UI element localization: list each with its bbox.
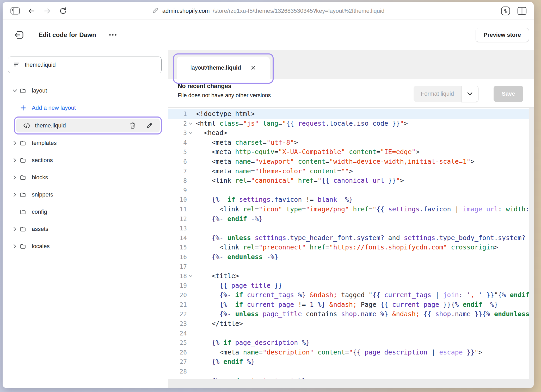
code-content xyxy=(193,186,196,195)
line-number: 22 xyxy=(168,309,193,319)
code-line[interactable]: 20 {%- if current_tags %} &ndash; tagged… xyxy=(168,290,534,300)
code-line[interactable]: 9 xyxy=(168,186,534,195)
sidebar-item-locales[interactable]: locales xyxy=(3,238,168,255)
code-line[interactable]: 18 <title> xyxy=(168,271,534,281)
code-line[interactable]: 17 xyxy=(168,262,534,272)
editor-toolbar: No recent changes File does not have any… xyxy=(168,79,534,108)
code-content: <link rel="canonical" href="{{ canonical… xyxy=(193,176,404,186)
fold-toggle-icon[interactable] xyxy=(189,132,193,134)
code-content: {%- unless page_title contains shop.name… xyxy=(193,309,534,319)
page-title: Edit code for Dawn xyxy=(39,31,96,39)
code-lines: 1<!doctype html>2<html class="js" lang="… xyxy=(168,109,534,379)
code-line[interactable]: 12 {%- endif -%} xyxy=(168,214,534,224)
code-line[interactable]: 8 <link rel="canonical" href="{{ canonic… xyxy=(168,176,534,186)
code-line[interactable]: 28 xyxy=(168,367,534,376)
selected-file-outline: theme.liquid xyxy=(14,117,162,134)
page-settings-icon[interactable] xyxy=(500,6,511,16)
code-line[interactable]: 22 {%- unless page_title contains shop.n… xyxy=(168,309,534,319)
code-line[interactable]: 14 {%- unless settings.type_header_font.… xyxy=(168,233,534,243)
split-view-icon[interactable] xyxy=(517,7,527,15)
chevron-right-icon[interactable] xyxy=(10,227,19,231)
ellipsis-icon[interactable] xyxy=(108,34,120,36)
code-content xyxy=(193,329,196,338)
tab-theme-liquid[interactable]: layout/theme.liquid xyxy=(177,57,270,79)
sidebar-item-label: snippets xyxy=(32,191,53,198)
sidebar-item-config[interactable]: config xyxy=(3,203,168,220)
sidebar-toggle-icon[interactable] xyxy=(10,7,20,15)
code-line[interactable]: 2<html class="js" lang="{{ request.local… xyxy=(168,119,534,128)
code-line[interactable]: 21 {%- if current_page != 1 %} &ndash; P… xyxy=(168,300,534,310)
url-domain: admin.shopify.com xyxy=(162,8,210,14)
code-line[interactable]: 11 <link rel="icon" type="image/png" hre… xyxy=(168,205,534,214)
code-line[interactable]: 15 <link rel="preconnect" href="https://… xyxy=(168,243,534,252)
code-content: {%- unless settings.type_header_font.sys… xyxy=(193,233,534,243)
code-line[interactable]: 26 <meta name="description" content="{{ … xyxy=(168,348,534,357)
sidebar-item-theme-liquid[interactable]: theme.liquid xyxy=(16,119,160,132)
vertical-scrollbar[interactable] xyxy=(529,108,534,379)
line-number: 14 xyxy=(168,233,193,243)
sidebar-item-assets[interactable]: assets xyxy=(3,220,168,238)
sidebar-item-sections[interactable]: sections xyxy=(3,152,168,169)
code-line[interactable]: 19 {{ page_title }} xyxy=(168,281,534,291)
sidebar-item-layout[interactable]: layout xyxy=(3,82,168,99)
sidebar-item-templates[interactable]: templates xyxy=(3,134,168,152)
line-number: 15 xyxy=(168,243,193,252)
chevron-right-icon[interactable] xyxy=(10,158,19,163)
chevron-down-icon[interactable] xyxy=(10,89,19,92)
code-content: {% if page_description %} xyxy=(193,338,310,348)
chevron-down-icon[interactable] xyxy=(461,86,478,102)
search-input[interactable] xyxy=(25,62,156,68)
sidebar-item-snippets[interactable]: snippets xyxy=(3,186,168,203)
code-line[interactable]: 7 <meta name="theme-color" content=""> xyxy=(168,167,534,176)
pencil-icon[interactable] xyxy=(146,122,153,129)
fold-toggle-icon[interactable] xyxy=(189,275,193,277)
trash-icon[interactable] xyxy=(129,122,136,129)
code-file-icon xyxy=(23,123,31,129)
app-body: layoutAdd a new layouttheme.liquidtempla… xyxy=(3,50,534,388)
toolbar-divider xyxy=(484,81,484,106)
line-number: 6 xyxy=(168,157,193,167)
code-line[interactable]: 16 {%- endunless -%} xyxy=(168,252,534,262)
horizontal-scroll-area[interactable] xyxy=(168,379,534,388)
code-content: <link rel="icon" type="image/png" href="… xyxy=(193,205,534,214)
add-new-layout-link[interactable]: Add a new layout xyxy=(3,99,168,117)
chevron-right-icon[interactable] xyxy=(10,141,19,145)
line-number: 7 xyxy=(168,167,193,176)
chevron-right-icon[interactable] xyxy=(10,244,19,249)
close-icon[interactable] xyxy=(250,65,256,71)
fold-toggle-icon[interactable] xyxy=(189,122,193,125)
code-line[interactable]: 1<!doctype html> xyxy=(168,109,534,119)
code-line[interactable]: 5 <meta http-equiv="X-UA-Compatible" con… xyxy=(168,147,534,157)
code-line[interactable]: 24 xyxy=(168,329,534,338)
code-line[interactable]: 23 </title> xyxy=(168,319,534,329)
chevron-right-icon[interactable] xyxy=(10,175,19,180)
line-number: 17 xyxy=(168,262,193,272)
code-line[interactable]: 25 {% if page_description %} xyxy=(168,338,534,348)
forward-icon[interactable] xyxy=(43,7,51,15)
format-liquid-button[interactable]: Format liquid xyxy=(414,86,461,102)
sidebar-item-label: blocks xyxy=(32,174,48,181)
line-number: 25 xyxy=(168,338,193,348)
preview-store-button[interactable]: Preview store xyxy=(476,28,529,42)
code-line[interactable]: 3 <head> xyxy=(168,128,534,138)
code-content: {% endif %} xyxy=(193,357,255,367)
code-line[interactable]: 27 {% endif %} xyxy=(168,357,534,367)
code-editor[interactable]: 1<!doctype html>2<html class="js" lang="… xyxy=(168,108,534,379)
code-content: <head> xyxy=(193,128,227,138)
code-line[interactable]: 4 <meta charset="utf-8"> xyxy=(168,138,534,148)
reload-icon[interactable] xyxy=(59,7,67,15)
line-number: 8 xyxy=(168,176,193,186)
chevron-right-icon[interactable] xyxy=(10,192,19,197)
code-line[interactable]: 6 <meta name="viewport" content="width=d… xyxy=(168,157,534,167)
line-number: 12 xyxy=(168,214,193,224)
back-icon[interactable] xyxy=(28,7,35,15)
file-search[interactable] xyxy=(8,57,162,73)
sidebar-item-label: sections xyxy=(32,157,53,164)
code-line[interactable]: 10 {%- if settings.favicon != blank -%} xyxy=(168,195,534,205)
exit-editor-icon[interactable] xyxy=(14,29,25,40)
sidebar-item-blocks[interactable]: blocks xyxy=(3,169,168,186)
save-button[interactable]: Save xyxy=(494,86,523,102)
line-number: 5 xyxy=(168,147,193,157)
code-line[interactable]: 13 xyxy=(168,224,534,233)
address-bar[interactable]: admin.shopify.com/store/rzq1xu-f5/themes… xyxy=(152,2,384,20)
